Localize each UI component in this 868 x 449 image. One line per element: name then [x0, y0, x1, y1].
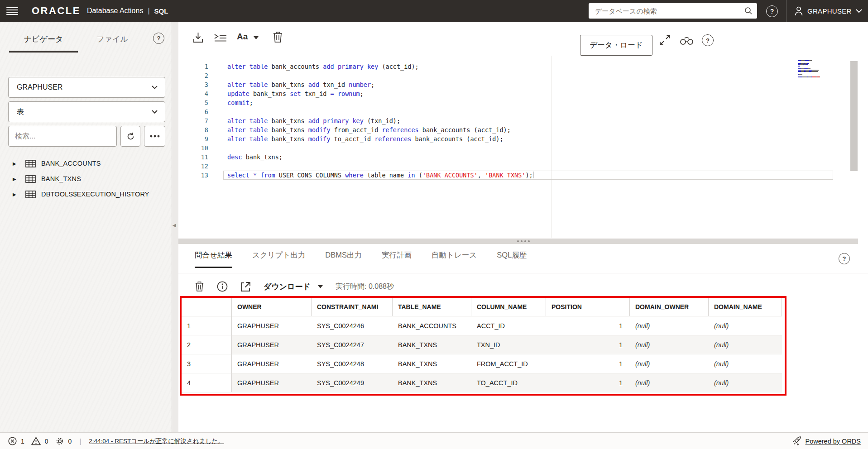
sidebar-tab-ナビゲータ[interactable]: ナビゲータ: [9, 27, 78, 53]
clear-results-icon[interactable]: [195, 281, 204, 292]
results-tab-問合せ結果[interactable]: 問合せ結果: [195, 250, 232, 268]
results-tab-実行計画[interactable]: 実行計画: [382, 250, 412, 268]
results-tab-スクリプト出力[interactable]: スクリプト出力: [252, 250, 305, 268]
tree-item-BANK_ACCOUNTS[interactable]: ▶BANK_ACCOUNTS: [0, 156, 172, 171]
sidebar-tabs: ナビゲータファイル: [9, 27, 147, 53]
row-number-cell[interactable]: 4: [182, 373, 232, 392]
download-worksheet-icon[interactable]: [192, 32, 204, 43]
column-header-DOMAIN_NAME[interactable]: DOMAIN_NAME: [709, 298, 782, 316]
table-row[interactable]: 2GRAPHUSERSYS_C0024247BANK_TXNSTXN_ID1(n…: [182, 335, 782, 354]
row-number-cell[interactable]: 1: [182, 316, 232, 335]
cell-POSITION: 1: [546, 354, 630, 373]
column-header-COLUMN_NAME[interactable]: COLUMN_NAME: [471, 298, 546, 316]
table-row[interactable]: 4GRAPHUSERSYS_C0024249BANK_TXNSTO_ACCT_I…: [182, 373, 782, 392]
object-tree: ▶BANK_ACCOUNTS▶BANK_TXNS▶DBTOOLS$EXECUTI…: [0, 156, 172, 202]
results-tab-SQL履歴[interactable]: SQL履歴: [497, 250, 527, 268]
error-count-icon[interactable]: [8, 437, 17, 445]
status-divider: |: [79, 437, 81, 445]
cell-COLUMN_NAME: TXN_ID: [471, 335, 546, 354]
column-header-OWNER[interactable]: OWNER: [232, 298, 312, 316]
splitter-handle[interactable]: [517, 240, 519, 242]
tree-item-label: BANK_TXNS: [41, 175, 81, 182]
column-header-TABLE_NAME[interactable]: TABLE_NAME: [393, 298, 471, 316]
sql-worksheet: Aa データ・ロード ? 12345678910111213 alter tab…: [178, 22, 868, 245]
tree-item-BANK_TXNS[interactable]: ▶BANK_TXNS: [0, 171, 172, 186]
column-header-CONSTRAINT_NAMI[interactable]: CONSTRAINT_NAMI: [312, 298, 393, 316]
format-code-icon[interactable]: [214, 33, 227, 43]
results-tab-DBMS出力[interactable]: DBMS出力: [325, 250, 362, 268]
editor-minimap[interactable]: [798, 60, 837, 78]
database-search-input[interactable]: [589, 7, 744, 15]
editor-results-splitter[interactable]: [178, 239, 858, 244]
sidebar-help-icon[interactable]: ?: [153, 33, 164, 44]
refresh-button[interactable]: [120, 126, 140, 147]
schema-select[interactable]: GRAPHUSER: [8, 77, 165, 98]
print-margin-ruler: [551, 56, 551, 238]
help-icon[interactable]: ?: [766, 5, 778, 17]
editor-vertical-scrollbar[interactable]: [850, 61, 858, 171]
table-row[interactable]: 1GRAPHUSERSYS_C0024246BANK_ACCOUNTSACCT_…: [182, 316, 782, 335]
expand-caret-icon[interactable]: ▶: [13, 177, 17, 182]
cell-TABLE_NAME: BANK_TXNS: [393, 354, 471, 373]
download-results-button[interactable]: ダウンロード: [264, 282, 323, 292]
code-line-3: alter table bank_txns add txn_id number;: [223, 80, 533, 89]
row-number-cell[interactable]: 3: [182, 354, 232, 373]
cell-COLUMN_NAME: TO_ACCT_ID: [471, 373, 546, 392]
cell-TABLE_NAME: BANK_ACCOUNTS: [393, 316, 471, 335]
grid-corner-cell: [182, 298, 232, 316]
sidebar-tab-ファイル[interactable]: ファイル: [78, 27, 147, 53]
font-size-caret-icon[interactable]: [254, 36, 259, 39]
cell-COLUMN_NAME: FROM_ACCT_ID: [471, 354, 546, 373]
code-lines: alter table bank_accounts add primary ke…: [223, 62, 533, 180]
maximize-editor-icon[interactable]: [659, 34, 671, 46]
column-header-DOMAIN_OWNER[interactable]: DOMAIN_OWNER: [630, 298, 709, 316]
navigator-sidebar: ナビゲータファイル ? GRAPHUSER 表 ▶BANK_ACCOUNTS▶B…: [0, 22, 172, 432]
more-actions-button[interactable]: [144, 126, 165, 147]
sidebar-splitter[interactable]: ◀: [172, 22, 178, 432]
object-type-select-value: 表: [17, 107, 152, 117]
find-binoculars-icon[interactable]: [680, 36, 693, 45]
refresh-icon: [126, 132, 135, 141]
cell-CONSTRAINT_NAMI: SYS_C0024247: [312, 335, 393, 354]
code-line-1: alter table bank_accounts add primary ke…: [223, 62, 533, 71]
user-menu[interactable]: GRAPHUSER: [794, 0, 862, 22]
product-title: Database Actions: [87, 7, 144, 15]
sql-code-editor[interactable]: 12345678910111213 alter table bank_accou…: [178, 56, 868, 238]
cell-COLUMN_NAME: ACCT_ID: [471, 316, 546, 335]
warning-count-icon[interactable]: [31, 437, 41, 445]
data-load-button[interactable]: データ・ロード: [580, 35, 652, 56]
powered-by-ords-link[interactable]: Powered by ORDS: [806, 438, 861, 445]
cell-OWNER: GRAPHUSER: [232, 354, 312, 373]
row-number-cell[interactable]: 2: [182, 335, 232, 354]
expand-caret-icon[interactable]: ▶: [13, 161, 17, 166]
oracle-logo: ORACLE: [32, 5, 81, 17]
code-line-13: select * from USER_CONS_COLUMNS where ta…: [223, 171, 533, 180]
status-message-link[interactable]: 2:44:04 - RESTコールが正常に解決されました。: [89, 437, 224, 445]
user-name: GRAPHUSER: [807, 7, 852, 15]
cell-CONSTRAINT_NAMI: SYS_C0024248: [312, 354, 393, 373]
error-count: 1: [21, 438, 24, 445]
open-in-new-icon[interactable]: [240, 282, 251, 292]
code-line-9: alter table bank_txns modify to_acct_id …: [223, 134, 533, 143]
download-caret-icon: [318, 285, 323, 288]
column-header-POSITION[interactable]: POSITION: [546, 298, 630, 316]
hamburger-menu-icon[interactable]: [6, 6, 18, 16]
cell-DOMAIN_NAME: (null): [709, 373, 782, 392]
process-gear-icon[interactable]: [55, 437, 64, 446]
font-size-button[interactable]: Aa: [237, 32, 248, 42]
collapse-sidebar-icon[interactable]: ◀: [173, 223, 176, 228]
clear-worksheet-icon[interactable]: [273, 31, 283, 43]
results-tab-自動トレース[interactable]: 自動トレース: [432, 250, 477, 268]
info-icon[interactable]: [217, 281, 228, 292]
table-row[interactable]: 3GRAPHUSERSYS_C0024248BANK_TXNSFROM_ACCT…: [182, 354, 782, 373]
object-type-select[interactable]: 表: [8, 101, 165, 122]
cell-POSITION: 1: [546, 335, 630, 354]
results-help-icon[interactable]: ?: [839, 253, 850, 264]
tree-item-DBTOOLS$EXECUTION_HISTORY[interactable]: ▶DBTOOLS$EXECUTION_HISTORY: [0, 186, 172, 202]
expand-caret-icon[interactable]: ▶: [13, 192, 17, 197]
editor-help-icon[interactable]: ?: [702, 34, 714, 46]
search-icon[interactable]: [744, 7, 753, 15]
chevron-down-icon: [856, 9, 862, 13]
object-search-input[interactable]: [8, 126, 117, 147]
results-panel: 問合せ結果スクリプト出力DBMS出力実行計画自動トレースSQL履歴 ? ダウンロ…: [178, 245, 868, 432]
